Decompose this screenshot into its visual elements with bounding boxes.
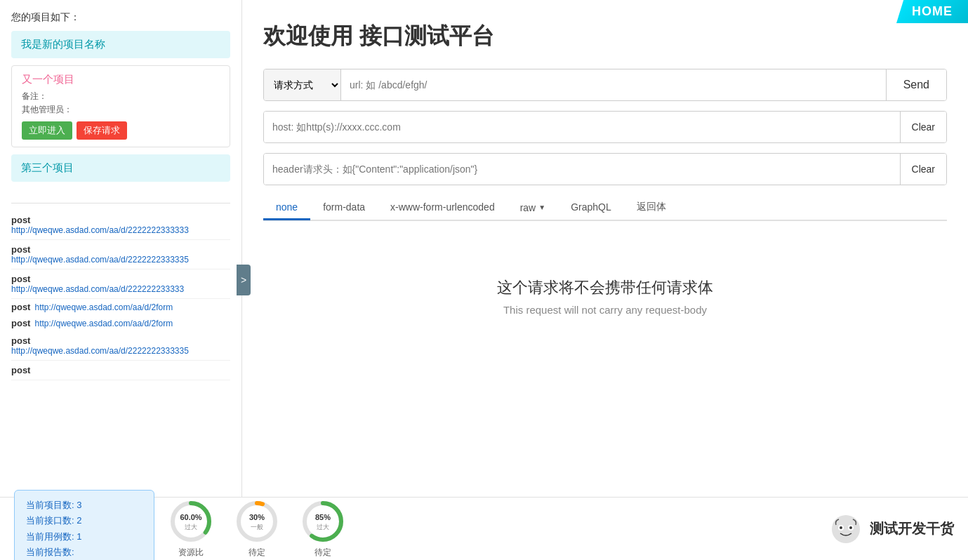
history-url-5: http://qweqwe.asdad.com/aa/d/2form <box>34 319 173 328</box>
brand-text: 测试开发干货 <box>870 519 954 538</box>
project-2-actions: 立即进入 保存请求 <box>22 121 220 140</box>
history-item-1[interactable]: post http://qweqwe.asdad.com/aa/d/222222… <box>11 211 230 240</box>
history-url-2: http://qweqwe.asdad.com/aa/d/22222223333… <box>11 255 230 265</box>
brand-area: 测试开发干货 <box>829 512 954 546</box>
circle-pending1-label: 待定 <box>248 547 265 559</box>
project-2-managers-label: 其他管理员： <box>22 104 220 116</box>
url-input[interactable] <box>341 69 886 100</box>
circle-pending1: 30% 一般 待定 <box>234 499 279 559</box>
history-method-3: post <box>11 274 230 284</box>
history-list: post http://qweqwe.asdad.com/aa/d/222222… <box>11 203 230 380</box>
sidebar: 您的项目如下： 我是新的项目名称 又一个项目 备注： 其他管理员： 立即进入 保… <box>0 0 242 560</box>
app-layout: 您的项目如下： 我是新的项目名称 又一个项目 备注： 其他管理员： 立即进入 保… <box>0 0 968 560</box>
history-method-4: post <box>11 302 30 312</box>
main-content: 欢迎使用 接口测试平台 请求方式GETPOSTPUTDELETEPATCH Se… <box>242 0 968 560</box>
history-method-2: post <box>11 244 230 255</box>
page-title: 欢迎使用 接口测试平台 <box>263 21 947 52</box>
tab-raw-label: raw <box>520 202 536 213</box>
circle-resources-label: 资源比 <box>178 547 204 559</box>
project-3-name: 第三个项目 <box>21 161 74 173</box>
history-method-5: post <box>11 318 30 328</box>
sidebar-project-2: 又一个项目 备注： 其他管理员： 立即进入 保存请求 <box>11 65 230 147</box>
history-url-4: http://qweqwe.asdad.com/aa/d/2form <box>34 302 173 312</box>
circle-resources-svg: 60.0% 过大 <box>168 499 213 544</box>
body-empty-state: 这个请求将不会携带任何请求体 This request will not car… <box>263 235 947 344</box>
project-2-note-label: 备注： <box>22 91 220 102</box>
top-nav: HOME <box>896 0 968 23</box>
project-2-name[interactable]: 又一个项目 <box>22 73 220 86</box>
tab-raw-arrow-icon: ▼ <box>538 204 545 211</box>
svg-text:30%: 30% <box>249 513 265 521</box>
bottom-bar: 当前项目数: 3 当前接口数: 2 当前用例数: 1 当前报告数: 60.0% … <box>0 497 968 560</box>
history-item-4[interactable]: post http://qweqwe.asdad.com/aa/d/2form <box>11 299 230 315</box>
project-2-enter-button[interactable]: 立即进入 <box>22 121 72 140</box>
circle-resources: 60.0% 过大 资源比 <box>168 499 213 559</box>
tab-response[interactable]: 返回体 <box>624 195 679 221</box>
page-title-prefix: 欢迎使用 <box>263 23 353 48</box>
body-empty-en-text: This request will not carry any request-… <box>503 304 707 316</box>
tab-none[interactable]: none <box>263 196 310 220</box>
history-url-6: http://qweqwe.asdad.com/aa/d/22222223333… <box>11 346 230 356</box>
home-button[interactable]: HOME <box>896 0 968 23</box>
history-item-7[interactable]: post <box>11 361 230 380</box>
method-select[interactable]: 请求方式GETPOSTPUTDELETEPATCH <box>264 69 341 100</box>
body-empty-zh-text: 这个请求将不会携带任何请求体 <box>497 277 713 298</box>
header-input-bar: Clear <box>263 153 947 185</box>
history-item-3[interactable]: post http://qweqwe.asdad.com/aa/d/222222… <box>11 269 230 299</box>
tab-x-www-form-urlencoded[interactable]: x-www-form-urlencoded <box>378 196 508 220</box>
stats-box: 当前项目数: 3 当前接口数: 2 当前用例数: 1 当前报告数: <box>14 490 154 560</box>
stats-reports-label: 当前报告数: <box>26 547 74 557</box>
sidebar-project-1[interactable]: 我是新的项目名称 <box>11 31 230 58</box>
tab-raw[interactable]: raw ▼ <box>508 196 558 219</box>
send-button[interactable]: Send <box>886 69 946 100</box>
header-clear-button[interactable]: Clear <box>900 154 946 185</box>
svg-text:一般: 一般 <box>251 524 263 531</box>
svg-text:过大: 过大 <box>317 524 329 531</box>
stats-reports: 当前报告数: <box>26 545 142 560</box>
page-title-suffix: 接口测试平台 <box>353 23 494 48</box>
svg-point-16 <box>849 526 852 529</box>
body-tabs: none form-data x-www-form-urlencoded raw… <box>263 195 947 221</box>
host-clear-button[interactable]: Clear <box>900 112 946 142</box>
svg-point-15 <box>840 526 842 529</box>
svg-text:过大: 过大 <box>185 524 197 531</box>
stats-cases-value: 1 <box>77 531 81 542</box>
stats-cases: 当前用例数: 1 <box>26 529 142 545</box>
stats-projects: 当前项目数: 3 <box>26 498 142 513</box>
history-url-1: http://qweqwe.asdad.com/aa/d/22222223333… <box>11 225 230 235</box>
stats-apis-label: 当前接口数: <box>26 515 74 526</box>
svg-text:85%: 85% <box>315 513 331 521</box>
host-input-bar: Clear <box>263 111 947 143</box>
history-url-3: http://qweqwe.asdad.com/aa/d/22222223333… <box>11 284 230 294</box>
stats-cases-label: 当前用例数: <box>26 531 74 542</box>
tab-form-data[interactable]: form-data <box>310 196 378 220</box>
history-item-2[interactable]: post http://qweqwe.asdad.com/aa/d/222222… <box>11 240 230 269</box>
stats-projects-label: 当前项目数: <box>26 500 74 510</box>
svg-point-12 <box>832 515 860 543</box>
sidebar-project-3[interactable]: 第三个项目 <box>11 154 230 182</box>
stats-apis-value: 2 <box>77 515 81 526</box>
project-2-save-button[interactable]: 保存请求 <box>77 121 127 140</box>
brand-icon <box>829 512 863 546</box>
circle-pending1-svg: 30% 一般 <box>234 499 279 544</box>
circle-pending2: 85% 过大 待定 <box>300 499 345 559</box>
header-input[interactable] <box>264 154 900 185</box>
history-method-6: post <box>11 335 230 346</box>
history-method-1: post <box>11 215 230 225</box>
sidebar-collapse-button[interactable]: > <box>237 265 251 295</box>
circle-pending2-svg: 85% 过大 <box>300 499 345 544</box>
svg-point-4 <box>239 503 275 540</box>
history-method-7: post <box>11 365 230 375</box>
sidebar-title: 您的项目如下： <box>11 11 230 24</box>
stats-projects-value: 3 <box>77 500 81 510</box>
request-bar: 请求方式GETPOSTPUTDELETEPATCH Send <box>263 69 947 101</box>
tab-graphql[interactable]: GraphQL <box>558 196 624 220</box>
history-item-5[interactable]: post http://qweqwe.asdad.com/aa/d/2form <box>11 315 230 331</box>
stats-apis: 当前接口数: 2 <box>26 513 142 528</box>
svg-text:60.0%: 60.0% <box>180 513 201 521</box>
circle-pending2-label: 待定 <box>314 547 331 559</box>
circles-area: 60.0% 过大 资源比 30% 一般 待定 85% 过大 待定 <box>168 499 345 559</box>
project-1-name: 我是新的项目名称 <box>21 38 105 50</box>
history-item-6[interactable]: post http://qweqwe.asdad.com/aa/d/222222… <box>11 331 230 361</box>
host-input[interactable] <box>264 112 900 142</box>
